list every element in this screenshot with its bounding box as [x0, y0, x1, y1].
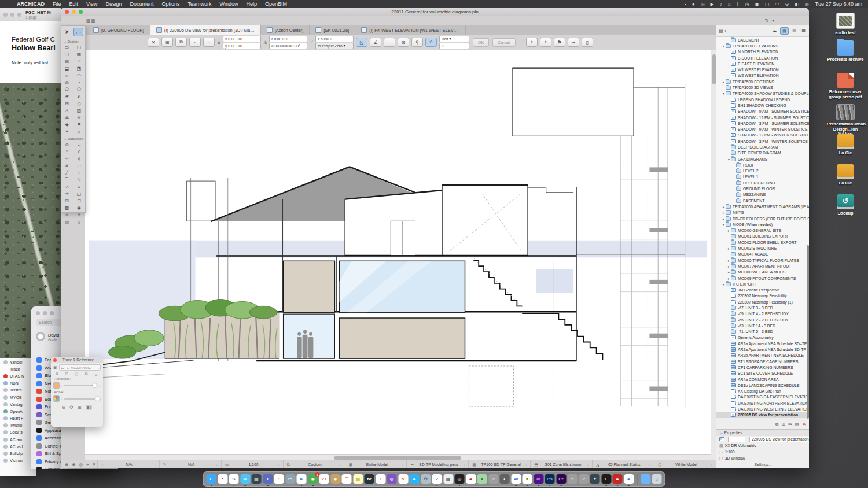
tool-icon[interactable]: ⬔ — [75, 65, 83, 72]
tree-item[interactable]: SHADOW - 3 PM - WINTER SOLSTICE — [716, 138, 809, 144]
tree-item[interactable]: DEEP SOIL DIAGRAM — [716, 144, 809, 150]
close-icon[interactable] — [36, 311, 40, 315]
tool-icon[interactable]: ╱ — [63, 169, 71, 176]
bookmark-item-yahoo-[interactable]: Yahoo! — [0, 358, 36, 365]
tree-item[interactable]: ▸MOD05 TYPICAL FLOOR PLATES — [716, 257, 809, 263]
home-icon[interactable]: ⌂ — [725, 2, 734, 7]
x-coordinate-field[interactable]: x 8.0E+10 — [223, 36, 261, 42]
ok-button[interactable]: OK — [473, 38, 489, 47]
bookmark-item-ac-anc[interactable]: AC anc — [0, 436, 36, 443]
play-circle-icon[interactable]: ▶ — [708, 2, 717, 7]
more-icon[interactable]: ☺ — [94, 372, 98, 376]
tree-item[interactable]: SHADOW - 9 AM - WINTER SOLSTICE — [716, 126, 809, 132]
delete-icon[interactable]: ✕ — [802, 422, 806, 427]
dock-icon-keynote[interactable]: K — [297, 474, 307, 484]
archicad-window[interactable]: 22011 General for volumetric diagrams.pl… — [61, 8, 809, 468]
tool-icon[interactable]: ⊿ — [63, 184, 71, 190]
tool-icon[interactable]: ○ — [75, 169, 83, 176]
dock-icon-photos-legacy[interactable]: * — [218, 474, 227, 484]
expand-icon[interactable]: ▸ — [727, 264, 731, 268]
tree-item[interactable]: AR2b APARTMENT NSA SCHEDULE — [716, 353, 809, 358]
settings-link[interactable]: Settings... — [716, 461, 809, 468]
tree-item[interactable]: SH1 SHADOW CHECKING — [716, 102, 809, 108]
tree-item[interactable]: ▸MOD08 WET AREA MODS — [716, 269, 809, 275]
offset-icon[interactable]: ⊡ — [398, 38, 409, 47]
elevation-reference[interactable]: to Project Zero ▾ — [315, 43, 354, 49]
dock-icon-sidecar-prefs[interactable]: ▭ — [285, 474, 295, 484]
magnify-icon[interactable]: ⚲ — [411, 38, 423, 47]
dock-icon-excel[interactable]: X — [523, 474, 532, 484]
status-segment[interactable]: ▣Entire Model› — [345, 460, 407, 468]
minimize-icon[interactable] — [10, 13, 14, 17]
perpendicular-icon[interactable]: ∠ — [370, 38, 381, 47]
bookmark-item-telstra[interactable]: Telstra — [0, 387, 36, 394]
status-segment[interactable]: ◌N/A› — [97, 460, 159, 468]
dock-icon-calculator[interactable]: ▦ — [443, 474, 453, 484]
zoom-control-icon[interactable]: ⊖ — [63, 462, 70, 468]
expand-icon[interactable]: ▸ — [722, 217, 726, 221]
expand-icon[interactable]: ▸ — [722, 210, 726, 215]
tree-item[interactable]: -65. UNIT 2 - 2 BED+STUDY — [716, 317, 809, 323]
desktop-icon-la-cie[interactable]: La Cie — [827, 164, 864, 186]
dock-icon-mail[interactable]: ✉ — [240, 474, 250, 484]
angle-field[interactable]: a 800000000.00° — [269, 43, 307, 49]
reference-opacity-slider[interactable] — [64, 385, 98, 386]
tool-icon[interactable]: ▱ — [75, 162, 83, 169]
tool-icon[interactable]: ⊟ — [75, 198, 83, 204]
tree-item[interactable]: -63. UNIT 1A - 3 BED — [716, 323, 809, 328]
dock-icon-acrobat[interactable]: A — [613, 474, 623, 484]
status-segment[interactable]: ◮05 Planned Status› — [592, 460, 654, 468]
send-view-icon[interactable]: ✉ — [788, 422, 792, 427]
control-center-icon[interactable]: ◧ — [792, 2, 802, 7]
bookmark-item-nbn[interactable]: NBN — [0, 380, 36, 387]
expand-icon[interactable]: ▸ — [727, 270, 731, 274]
desktop-icon-la-cie[interactable]: La Cie — [827, 134, 864, 156]
menu-item-teamwork[interactable]: Teamwork — [183, 1, 215, 7]
bookmark-item-victron[interactable]: Victron — [0, 457, 36, 464]
grid-toggle-icon[interactable]: ▦▦ — [86, 18, 96, 23]
tree-item[interactable]: SHADOW - 12 PM - WINTER SOLSTICE — [716, 132, 809, 138]
collapse-icon[interactable]: ▾ — [722, 223, 726, 227]
dock-icon-safari[interactable]: S — [229, 474, 239, 484]
bookmark-item-vantag[interactable]: Vantag — [0, 401, 36, 408]
tool-icon[interactable]: ▭ — [63, 44, 71, 50]
tree-item[interactable]: W2 WEST ELEVATION — [716, 73, 809, 79]
sidecar-icon[interactable]: ▣ — [752, 2, 762, 7]
dock-icon-reminders[interactable]: ☰ — [342, 474, 352, 484]
tool-icon[interactable]: ◫ — [63, 51, 71, 57]
project-chooser-icon[interactable]: ▤ — [719, 28, 723, 34]
grid-snap-icon[interactable]: ⊞ — [161, 38, 173, 47]
guideline-icon[interactable]: ⧉ — [175, 38, 187, 47]
tree-item[interactable]: -69. UNIT 4 - 2 BED+STUDY — [716, 311, 809, 317]
split-view-icon[interactable]: ◧ — [86, 405, 93, 410]
save-view-icon[interactable]: ⊞ — [781, 422, 785, 427]
next-icon[interactable]: › — [203, 38, 215, 47]
zoom-control-icon[interactable]: ⚲ — [90, 462, 97, 468]
y-coordinate-field[interactable]: y 8.0E+10 — [223, 43, 261, 49]
expand-icon[interactable]: ▸ — [722, 205, 726, 209]
active-opacity-slider[interactable] — [64, 398, 101, 400]
fit-reference-icon[interactable]: ⊞ — [78, 405, 82, 410]
view-name-field[interactable]: 220905 DS view for presentation — [749, 437, 809, 442]
tree-item[interactable]: AR2a Apartment NSA Schedule SD–TP — [716, 341, 809, 346]
tree-item[interactable]: SHADOW - 12 PM - SUMMER SOLSTICE — [716, 114, 809, 120]
dock-icon-unknown-app-2[interactable]: ? — [568, 474, 578, 484]
tool-icon[interactable]: ▰ — [63, 93, 71, 99]
tree-item[interactable]: -71. UNIT 5 - 3 BED — [716, 329, 809, 335]
view-tab[interactable]: (!) 220905 DS view for presentation [3D … — [150, 25, 261, 35]
tool-icon[interactable]: ⌑ — [75, 184, 83, 190]
tree-item[interactable]: ▾TP/DA4000 SHADOW STUDIES & COMPLIANCE : — [716, 91, 809, 97]
layout-book-icon[interactable]: ▥ — [790, 27, 798, 34]
tool-icon[interactable]: ⬓ — [63, 65, 71, 72]
tool-icon[interactable]: ↔ — [75, 141, 83, 147]
bookmark-item-heart-f[interactable]: Heart F — [0, 415, 36, 422]
desktop-icon-presentationurban[interactable]: PresentationUrban Design...ion V4.key — [827, 104, 864, 137]
dock-icon-teams[interactable]: T — [263, 474, 273, 484]
menu-item-options[interactable]: Options — [157, 1, 183, 7]
dock-icon-news[interactable]: N — [398, 474, 408, 484]
tool-icon[interactable]: ◆ — [63, 121, 71, 128]
tree-item[interactable]: AR2a Apartment NSA Schedule SD-TP (1) — [716, 346, 809, 352]
tree-item[interactable]: AR4a COMMON AREA — [716, 376, 809, 382]
zoom-control-icon[interactable]: ◎ — [78, 462, 85, 468]
expand-icon[interactable]: ▸ — [727, 228, 731, 232]
